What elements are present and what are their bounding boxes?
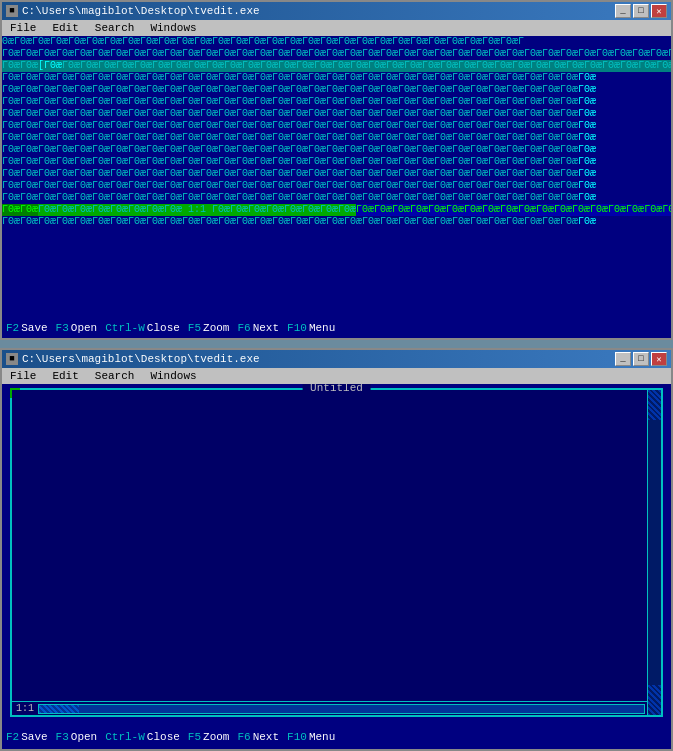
scrollbar-thumb[interactable] [648,390,661,420]
fn-label-next-top: Next [253,322,279,334]
table-row: ΓΘæΓΘæΓΘæΓΘæΓΘæΓΘæΓΘæΓΘæΓΘæΓΘæΓΘæΓΘæΓΘæΓ… [2,168,671,180]
maximize-button-bottom[interactable]: □ [633,352,649,366]
fn-key-f6-top: F6 [237,322,250,334]
table-row: ΓΘæΓΘæΓΘæΓΘæΓΘæΓΘæΓΘæΓΘæΓΘæΓΘæΓΘæΓΘæΓΘæΓ… [2,84,671,96]
app-icon-bottom: ■ [6,353,18,365]
table-row: ΓΘæΓΘæΓΘæΓΘæΓΘæΓΘæΓΘæΓΘæΓΘæΓΘæΓΘæΓΘæΓΘæΓ… [2,96,671,108]
title-controls-bottom: _ □ ✕ [615,352,667,366]
menu-search-top[interactable]: Search [91,22,139,34]
fn-label-save-bottom: Save [21,731,47,743]
fn-key-f3-bottom: F3 [56,731,69,743]
table-row: ΓΘæΓΘæΓΘæΓΘæΓΘæΓΘæΓΘæΓΘæΓΘæΓΘæΓΘæΓΘæΓΘæΓ… [2,156,671,168]
title-bar-left-top: ■ C:\Users\magiblot\Desktop\tvedit.exe [6,5,260,17]
fn-key-f2-top: F2 [6,322,19,334]
maximize-button-top[interactable]: □ [633,4,649,18]
scrollbar-right[interactable] [647,390,661,715]
menu-windows-top[interactable]: Windows [146,22,200,34]
editor-area-bottom[interactable]: ■ ■ Untitled 1:1 [2,384,671,721]
fn-key-f2-bottom: F2 [6,731,19,743]
close-button-top[interactable]: ✕ [651,4,667,18]
title-bar-top: ■ C:\Users\magiblot\Desktop\tvedit.exe _… [2,2,671,20]
bottom-spacer [2,721,671,729]
window-top: ■ C:\Users\magiblot\Desktop\tvedit.exe _… [0,0,673,340]
table-row: ΓΘæΓΘæΓΘæΓΘæΓΘæΓΘæΓΘæΓΘæΓΘæΓΘæΓΘæΓΘæΓΘæΓ… [2,192,671,204]
fn-label-open-bottom: Open [71,731,97,743]
fn-label-zoom-top: Zoom [203,322,229,334]
fn-bar-bottom: F2 Save F3 Open Ctrl-W Close F5 Zoom F6 … [2,729,671,745]
minimize-button-top[interactable]: _ [615,4,631,18]
editor-content-area[interactable] [12,390,647,701]
scrollbar-thumb-bottom[interactable] [648,685,661,715]
fn-label-close-bottom: Close [147,731,180,743]
fn-bar-top: F2 Save F3 Open Ctrl-W Close F5 Zoom F6 … [2,320,671,336]
table-row: ΓΘæΓΘæΓΘæΓΘæΓΘæΓΘæΓΘæΓΘæΓΘæΓΘæΓΘæΓΘæΓΘæΓ… [2,144,671,156]
position-indicator: 1:1 [16,703,34,714]
inner-editor-window[interactable]: ■ ■ Untitled 1:1 [10,388,663,717]
fn-key-f5-bottom: F5 [188,731,201,743]
fn-label-menu-bottom: Menu [309,731,335,743]
table-row: ΓΘæΓΘæΓΘæΓΘæΓΘæΓΘæΓΘæΓΘæΓΘæΓΘæΓΘæΓΘæΓΘæΓ… [2,108,671,120]
menu-edit-bottom[interactable]: Edit [48,370,82,382]
fn-key-f10-top: F10 [287,322,307,334]
table-row: ΘæΓΘæΓΘæΓΘæΓΘæΓΘæΓΘæΓΘæΓΘæΓΘæΓΘæΓΘæΓΘæΓΘ… [2,36,671,48]
inner-status-bar: 1:1 [12,701,647,715]
table-row: ΓΘæΓΘæΓΘæΓΘæΓΘæΓΘæΓΘæΓΘæΓΘæΓΘæΓΘæΓΘæΓΘæΓ… [2,120,671,132]
table-row: ΓΘæΓΘæΓΘæΓΘæΓΘæΓΘæΓΘæΓΘæΓΘæΓΘæΓΘæΓΘæΓΘæΓ… [2,216,671,228]
menu-file-top[interactable]: File [6,22,40,34]
fn-label-menu-top: Menu [309,322,335,334]
status-row: ΓΘæΓΘæΓΘæΓΘæΓΘæΓΘæΓΘæΓΘæΓΘæΓΘæ 1:1 ΓΘæΓΘ… [2,204,671,216]
menu-bar-bottom: File Edit Search Windows [2,368,671,384]
title-controls-top: _ □ ✕ [615,4,667,18]
table-row: ΓΘæΓΘæΓΘæΓΘæΓΘæΓΘæΓΘæΓΘæΓΘæΓΘæΓΘæΓΘæΓΘæΓ… [2,180,671,192]
title-bar-left-bottom: ■ C:\Users\magiblot\Desktop\tvedit.exe [6,353,260,365]
menu-edit-top[interactable]: Edit [48,22,82,34]
fn-key-f5-top: F5 [188,322,201,334]
close-button-bottom[interactable]: ✕ [651,352,667,366]
fn-key-ctrlw-bottom: Ctrl-W [105,731,145,743]
fn-key-ctrlw-top: Ctrl-W [105,322,145,334]
fn-label-close-top: Close [147,322,180,334]
fn-label-open-top: Open [71,322,97,334]
table-row: ΓΘæΓΘæΓΘæΓΘæΓΘæΓΘæΓΘæΓΘæΓΘæΓΘæΓΘæΓΘæΓΘæΓ… [2,132,671,144]
scrollbar-horizontal[interactable] [38,704,645,714]
menu-bar-top: File Edit Search Windows [2,20,671,36]
window-gap [0,340,673,348]
table-row: ΓΘæΓΘæΓΘæΓΘæΓΘæΓΘæΓΘæΓΘæΓΘæΓΘæΓΘæΓΘæΓΘæΓ… [2,72,671,84]
fn-label-save-top: Save [21,322,47,334]
fn-key-f3-top: F3 [56,322,69,334]
menu-windows-bottom[interactable]: Windows [146,370,200,382]
table-row: ΓΘæΓΘæ[ΓΘæΓΘæΓΘæΓΘæΓΘæΓΘæΓΘæΓΘæΓΘæΓΘæΓΘæ… [2,60,671,72]
fn-key-f10-bottom: F10 [287,731,307,743]
title-bar-bottom: ■ C:\Users\magiblot\Desktop\tvedit.exe _… [2,350,671,368]
editor-area-top[interactable]: ΘæΓΘæΓΘæΓΘæΓΘæΓΘæΓΘæΓΘæΓΘæΓΘæΓΘæΓΘæΓΘæΓΘ… [2,36,671,320]
scrollbar-h-thumb[interactable] [39,705,79,713]
inner-window-title: Untitled [302,384,371,394]
window-title-bottom: C:\Users\magiblot\Desktop\tvedit.exe [22,353,260,365]
fn-key-f6-bottom: F6 [237,731,250,743]
fn-label-next-bottom: Next [253,731,279,743]
table-row: ΓΘæΓΘæΓΘæΓΘæΓΘæΓΘæΓΘæΓΘæΓΘæΓΘæΓΘæΓΘæΓΘæΓ… [2,48,671,60]
window-title-top: C:\Users\magiblot\Desktop\tvedit.exe [22,5,260,17]
app-icon-top: ■ [6,5,18,17]
menu-file-bottom[interactable]: File [6,370,40,382]
menu-search-bottom[interactable]: Search [91,370,139,382]
window-bottom: ■ C:\Users\magiblot\Desktop\tvedit.exe _… [0,348,673,751]
minimize-button-bottom[interactable]: _ [615,352,631,366]
fn-label-zoom-bottom: Zoom [203,731,229,743]
